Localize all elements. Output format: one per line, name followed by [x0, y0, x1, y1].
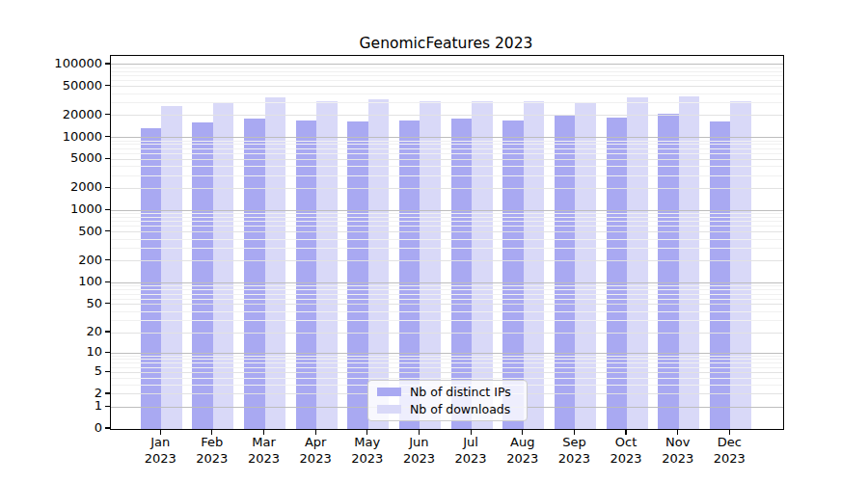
y-tick-label-5000: 5000	[0, 150, 102, 166]
x-tick-label-dec: Dec 2023	[702, 434, 756, 467]
bar-ips-jan	[141, 128, 162, 429]
bar-downloads-mar	[265, 97, 286, 429]
gridline-90000	[111, 67, 783, 68]
y-tick-mark-2000	[105, 187, 110, 188]
y-tick-label-10000: 10000	[0, 129, 102, 145]
gridline-80000	[111, 71, 783, 72]
x-tick-label-jul: Jul 2023	[444, 434, 498, 467]
y-tick-mark-5000	[105, 158, 110, 159]
y-tick-label-0: 0	[0, 420, 102, 436]
y-tick-mark-2	[105, 392, 110, 393]
y-tick-label-2000: 2000	[0, 179, 102, 195]
y-tick-label-100000: 100000	[0, 56, 102, 71]
plot-area: Nb of distinct IPs Nb of downloads	[110, 55, 784, 430]
y-tick-mark-50000	[105, 85, 110, 86]
y-tick-label-50000: 50000	[0, 78, 102, 94]
y-tick-label-50: 50	[0, 296, 102, 311]
bar-ips-feb	[192, 122, 213, 429]
y-tick-label-500: 500	[0, 224, 102, 239]
x-tick-label-mar: Mar 2023	[237, 434, 291, 467]
legend: Nb of distinct IPs Nb of downloads	[367, 380, 528, 421]
bar-ips-oct	[607, 118, 628, 429]
legend-swatch-downloads	[377, 405, 401, 414]
x-tick-label-oct: Oct 2023	[599, 434, 653, 467]
y-tick-mark-0	[105, 427, 110, 428]
bar-downloads-sep	[575, 102, 596, 429]
x-tick-label-jun: Jun 2023	[392, 434, 446, 467]
y-tick-label-1000: 1000	[0, 201, 102, 217]
x-tick-label-apr: Apr 2023	[288, 434, 342, 467]
legend-item-distinct-ips: Nb of distinct IPs	[368, 385, 527, 399]
bar-downloads-nov	[679, 96, 700, 429]
bar-downloads-dec	[730, 101, 751, 429]
y-tick-label-100: 100	[0, 274, 102, 289]
bar-downloads-aug	[524, 101, 545, 429]
x-tick-label-sep: Sep 2023	[547, 434, 601, 467]
y-tick-label-1: 1	[0, 398, 102, 414]
y-tick-label-200: 200	[0, 253, 102, 268]
y-tick-mark-10000	[105, 136, 110, 137]
y-tick-mark-5	[105, 371, 110, 372]
y-tick-label-20: 20	[0, 324, 102, 339]
y-tick-label-20000: 20000	[0, 107, 102, 122]
y-tick-mark-100	[105, 281, 110, 282]
chart-title: GenomicFeatures 2023	[110, 35, 782, 52]
gridline-40000	[111, 94, 783, 94]
bar-downloads-apr	[316, 101, 338, 429]
legend-label-downloads: Nb of downloads	[410, 402, 510, 416]
legend-label-distinct-ips: Nb of distinct IPs	[410, 385, 511, 399]
x-tick-label-aug: Aug 2023	[496, 434, 550, 467]
chart-figure: GenomicFeatures 2023 Nb of distinct IPs …	[0, 0, 868, 482]
y-tick-mark-20	[105, 331, 110, 332]
y-tick-mark-1000	[105, 209, 110, 210]
bar-downloads-oct	[627, 97, 648, 429]
bar-ips-nov	[658, 114, 679, 429]
y-tick-label-5: 5	[0, 363, 102, 379]
gridline-60000	[111, 80, 783, 81]
bar-ips-sep	[555, 116, 576, 429]
gridline-70000	[111, 75, 783, 76]
bar-ips-may	[347, 121, 368, 429]
y-tick-mark-200	[105, 259, 110, 260]
bar-downloads-jan	[161, 106, 182, 430]
y-tick-mark-100000	[105, 63, 110, 64]
y-tick-mark-20000	[105, 114, 110, 115]
gridline-100000	[111, 64, 783, 65]
x-tick-label-may: May 2023	[340, 434, 394, 467]
gridline-50000	[111, 86, 783, 87]
x-tick-label-jan: Jan 2023	[133, 434, 187, 467]
legend-swatch-distinct-ips	[377, 388, 401, 396]
bar-ips-apr	[296, 120, 317, 429]
x-tick-label-feb: Feb 2023	[185, 434, 239, 467]
y-tick-mark-10	[105, 352, 110, 353]
bar-ips-mar	[244, 119, 265, 429]
legend-item-downloads: Nb of downloads	[368, 402, 527, 416]
y-tick-mark-1	[105, 406, 110, 407]
x-tick-label-nov: Nov 2023	[651, 434, 705, 467]
y-tick-mark-500	[105, 230, 110, 231]
y-tick-mark-50	[105, 303, 110, 304]
bar-ips-dec	[710, 121, 731, 429]
bar-downloads-feb	[213, 103, 234, 429]
y-tick-label-10: 10	[0, 344, 102, 360]
